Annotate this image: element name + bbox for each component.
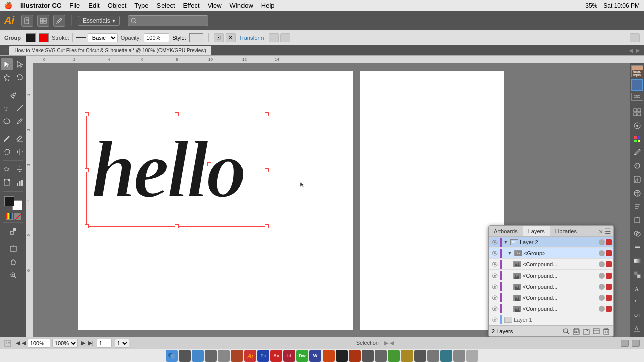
- group-lock-btn[interactable]: [599, 250, 605, 256]
- new-doc-btn[interactable]: [21, 15, 33, 27]
- layer-row-layer1[interactable]: Layer 1: [489, 314, 613, 325]
- dock-calendar[interactable]: [231, 350, 243, 362]
- dock-misc7[interactable]: [440, 350, 452, 362]
- menu-object[interactable]: Object: [108, 2, 127, 9]
- compound3-color-indicator[interactable]: [606, 284, 612, 290]
- dock-misc2[interactable]: [349, 350, 361, 362]
- layer1-visibility-btn[interactable]: [491, 316, 499, 324]
- menu-help[interactable]: Help: [261, 2, 275, 9]
- compound1-visibility-btn[interactable]: [491, 260, 499, 268]
- layers-search-icon[interactable]: [562, 327, 570, 335]
- compound3-lock-btn[interactable]: [599, 284, 605, 290]
- dock-indesign[interactable]: Id: [283, 350, 295, 362]
- transform-link[interactable]: Transform: [239, 35, 264, 41]
- stroke-icon[interactable]: [631, 241, 643, 253]
- handle-bottom-center[interactable]: [175, 224, 179, 228]
- layer2-expand[interactable]: ▼: [503, 239, 509, 245]
- handle-bottom-right[interactable]: [265, 224, 269, 228]
- dock-misc1[interactable]: [336, 350, 348, 362]
- layer-row-compound1[interactable]: <Compound...: [489, 259, 613, 270]
- stroke-swatch[interactable]: [39, 33, 49, 42]
- lasso-tool[interactable]: [14, 71, 26, 83]
- dock-misc3[interactable]: [362, 350, 374, 362]
- artboard-tool[interactable]: [7, 243, 19, 255]
- appearance-icon[interactable]: [631, 187, 643, 199]
- align-btn2[interactable]: [280, 33, 290, 42]
- panel-thumbnail-2[interactable]: [631, 79, 643, 91]
- dock-misc5[interactable]: [401, 350, 413, 362]
- libraries-icon[interactable]: [631, 120, 643, 132]
- dock-safari[interactable]: [192, 350, 204, 362]
- paintbrush-tool[interactable]: [1, 133, 13, 145]
- delete-layer-icon[interactable]: [602, 327, 610, 335]
- panel-toggle-btn[interactable]: ≡: [630, 33, 640, 42]
- selection-tool[interactable]: [1, 58, 13, 70]
- menu-edit[interactable]: Edit: [88, 2, 99, 9]
- search-input[interactable]: [128, 15, 208, 26]
- scroll-right-btn[interactable]: [632, 340, 640, 347]
- opentype-icon[interactable]: OT: [631, 309, 643, 321]
- compound1-lock-btn[interactable]: [599, 261, 605, 267]
- menu-view[interactable]: View: [208, 2, 222, 9]
- compound1-color-indicator[interactable]: [606, 261, 612, 267]
- dock-powerpoint[interactable]: [323, 350, 335, 362]
- panel-browse-icon[interactable]: [631, 106, 643, 118]
- rotate-tool[interactable]: [1, 146, 13, 158]
- opacity-input[interactable]: [144, 33, 169, 42]
- eraser-tool[interactable]: [14, 133, 26, 145]
- dock-chrome[interactable]: [388, 350, 400, 362]
- page-select[interactable]: 1: [115, 339, 129, 348]
- zoom-select[interactable]: 100%: [52, 339, 78, 348]
- hand-tool[interactable]: [7, 256, 19, 268]
- transparency-icon[interactable]: [631, 268, 643, 281]
- new-layer-icon[interactable]: [572, 327, 580, 335]
- menu-select[interactable]: Select: [156, 2, 175, 9]
- tool-mode-arrow[interactable]: ▶: [384, 340, 388, 346]
- panel-expand-btn[interactable]: »: [599, 227, 603, 235]
- layers-options-icon[interactable]: [592, 327, 600, 335]
- color-swatches[interactable]: [4, 196, 22, 210]
- nav-play-btn[interactable]: ▶: [81, 340, 85, 346]
- layer-row-group[interactable]: ▼ G <Group>: [489, 248, 613, 259]
- view-options-btn[interactable]: [37, 15, 49, 27]
- nav-first-btn[interactable]: |◀: [14, 340, 20, 346]
- pen-tool[interactable]: [7, 89, 19, 101]
- dock-misc8[interactable]: [453, 350, 465, 362]
- free-transform-tool[interactable]: [1, 176, 13, 189]
- char-styles-icon[interactable]: A: [631, 322, 643, 334]
- compound2-color-indicator[interactable]: [606, 273, 612, 279]
- layer2-color-indicator[interactable]: [606, 239, 612, 245]
- tab-nav-right[interactable]: ▶: [636, 47, 640, 54]
- tab-close-icon[interactable]: ×: [4, 47, 7, 53]
- pencil-tool[interactable]: [14, 115, 26, 127]
- layer-row-compound3[interactable]: <Compound...: [489, 281, 613, 292]
- menu-window[interactable]: Window: [230, 2, 253, 9]
- line-tool[interactable]: [14, 102, 26, 114]
- compound5-lock-btn[interactable]: [599, 306, 605, 312]
- menu-effect[interactable]: Effect: [183, 2, 200, 9]
- page-input[interactable]: [97, 339, 112, 348]
- warp-tool[interactable]: [1, 163, 13, 175]
- stroke-style-dropdown[interactable]: Basic: [88, 33, 118, 42]
- puppet-btn[interactable]: ✕: [226, 33, 236, 42]
- dock-photoshop[interactable]: Ps: [257, 350, 269, 362]
- handle-bottom-left[interactable]: [85, 224, 89, 228]
- compound3-visibility-btn[interactable]: [491, 283, 499, 291]
- dock-word[interactable]: W: [309, 350, 321, 362]
- menu-type[interactable]: Type: [134, 2, 148, 9]
- ellipse-tool[interactable]: [1, 115, 13, 127]
- dock-mail[interactable]: [205, 350, 217, 362]
- reflect-tool[interactable]: [14, 146, 26, 158]
- text-tool[interactable]: T: [1, 102, 13, 114]
- dock-messages[interactable]: [414, 350, 426, 362]
- essentials-dropdown[interactable]: Essentials ▾: [78, 16, 120, 26]
- compound4-color-indicator[interactable]: [606, 295, 612, 301]
- chart-tool[interactable]: [14, 176, 26, 189]
- layer2-visibility-btn[interactable]: [491, 238, 499, 246]
- paragraph-icon[interactable]: ¶: [631, 295, 643, 307]
- group-expand[interactable]: ▼: [507, 250, 513, 256]
- group-visibility-btn[interactable]: [491, 249, 499, 257]
- dock-misc4[interactable]: [375, 350, 387, 362]
- direct-selection-tool[interactable]: [14, 58, 26, 70]
- brush-tool-btn[interactable]: [53, 15, 65, 27]
